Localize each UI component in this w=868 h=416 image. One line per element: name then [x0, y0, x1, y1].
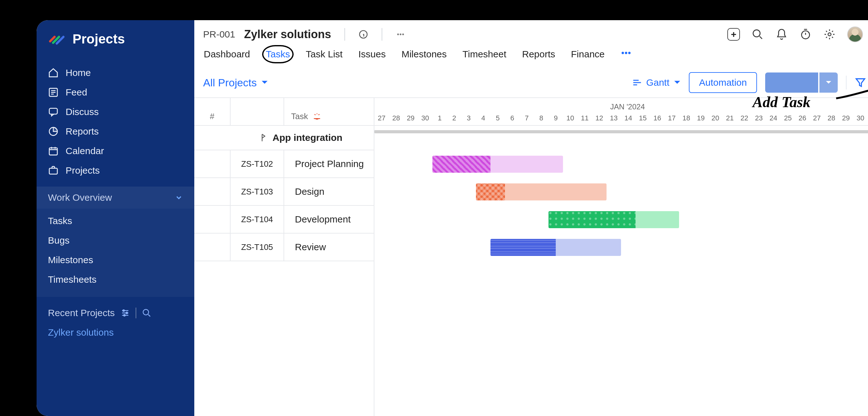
tab-milestones[interactable]: Milestones: [401, 47, 447, 61]
tab-reports[interactable]: Reports: [521, 47, 556, 61]
filter-icon: [855, 77, 866, 88]
group-lane: [374, 126, 868, 150]
app-window: Projects Home Feed Discuss Reports: [37, 20, 868, 416]
blank-cell: [194, 206, 230, 233]
day-label: 22: [737, 111, 752, 125]
day-label: 21: [722, 111, 737, 125]
task-row[interactable]: ZS-T102Project Planning: [194, 150, 374, 178]
add-button[interactable]: +: [727, 28, 740, 41]
settings-button[interactable]: [823, 28, 836, 41]
svg-point-17: [625, 52, 627, 54]
reports-icon: [48, 126, 59, 137]
work-item-bugs[interactable]: Bugs: [37, 231, 194, 250]
day-label: 3: [461, 111, 476, 125]
filter-button[interactable]: [855, 77, 866, 88]
day-label: 10: [563, 111, 578, 125]
divider: [382, 28, 382, 41]
day-label: 28: [389, 111, 403, 125]
gantt-bar[interactable]: [549, 211, 679, 228]
task-row[interactable]: ZS-T103Design: [194, 178, 374, 206]
tab-more[interactable]: [620, 46, 632, 62]
search-button[interactable]: [751, 28, 764, 41]
more-icon[interactable]: [396, 29, 406, 39]
divider: [344, 28, 345, 41]
chevron-down-icon: [175, 194, 183, 202]
recent-project-link[interactable]: Zylker solutions: [37, 323, 194, 342]
day-label: 15: [636, 111, 650, 125]
gantt-bars: [374, 126, 868, 261]
header-row: PR-001 Zylker solutions +: [194, 20, 868, 43]
day-label: 2: [447, 111, 461, 125]
tab-issues[interactable]: Issues: [358, 47, 386, 61]
caret-down-icon: [826, 79, 832, 86]
milestone-bar: [374, 130, 868, 133]
task-id: ZS-T102: [230, 150, 284, 177]
blank-cell: [194, 234, 230, 261]
work-item-timesheets[interactable]: Timesheets: [37, 270, 194, 289]
caret-down-icon: [674, 79, 681, 86]
sidebar-item-label: Discuss: [66, 106, 99, 117]
alert-icon: [312, 112, 322, 121]
add-task-caret[interactable]: [818, 72, 838, 93]
main-content: PR-001 Zylker solutions +: [194, 20, 868, 416]
sidebar-item-reports[interactable]: Reports: [37, 122, 194, 141]
task-row[interactable]: ZS-T104Development: [194, 206, 374, 234]
tab-tasks[interactable]: Tasks: [265, 47, 291, 61]
task-group-row[interactable]: App integration: [194, 126, 374, 150]
gantt-bar[interactable]: [491, 239, 621, 256]
work-item-milestones[interactable]: Milestones: [37, 250, 194, 270]
work-overview-header[interactable]: Work Overview: [37, 186, 194, 209]
task-name: Review: [284, 242, 374, 252]
timer-button[interactable]: [799, 28, 812, 41]
notifications-button[interactable]: [775, 28, 788, 41]
gantt-bar[interactable]: [476, 183, 607, 201]
add-task-main[interactable]: [765, 72, 818, 93]
task-id: ZS-T103: [230, 178, 284, 205]
gantt-bar-remaining: [556, 239, 621, 256]
work-item-tasks[interactable]: Tasks: [37, 211, 194, 231]
gantt-timeline[interactable]: JAN '2024 272829301234567891011121314151…: [374, 98, 868, 416]
day-label: 6: [505, 111, 520, 125]
sidebar-item-projects[interactable]: Projects: [37, 161, 194, 180]
task-name: Design: [284, 186, 374, 197]
add-task-split-button[interactable]: [765, 72, 838, 93]
gantt-bar[interactable]: [432, 156, 563, 173]
day-label: 29: [839, 111, 853, 125]
col-num-header: #: [194, 98, 230, 125]
svg-point-15: [828, 33, 831, 36]
all-projects-dropdown[interactable]: All Projects: [203, 77, 268, 89]
info-icon[interactable]: [358, 29, 368, 39]
gantt-bar-remaining: [636, 211, 679, 228]
sidebar-item-calendar[interactable]: Calendar: [37, 141, 194, 161]
sidebar-item-feed[interactable]: Feed: [37, 82, 194, 102]
svg-point-13: [753, 30, 760, 37]
search-icon[interactable]: [142, 308, 151, 318]
sidebar-item-discuss[interactable]: Discuss: [37, 102, 194, 122]
brand: Projects: [37, 20, 194, 61]
more-icon: [620, 47, 632, 59]
svg-point-16: [622, 52, 624, 54]
day-label: 13: [607, 111, 621, 125]
task-name: Development: [284, 214, 374, 225]
day-label: 7: [520, 111, 534, 125]
gantt-bar-progress: [432, 156, 491, 173]
day-label: 5: [491, 111, 505, 125]
day-label: 23: [752, 111, 766, 125]
automation-button[interactable]: Automation: [689, 72, 757, 93]
sidebar-item-home[interactable]: Home: [37, 63, 194, 82]
feed-icon: [48, 87, 59, 98]
tab-dashboard[interactable]: Dashboard: [203, 47, 251, 61]
day-label: 29: [403, 111, 418, 125]
avatar[interactable]: [847, 27, 863, 42]
section-title: Work Overview: [48, 192, 112, 203]
sliders-icon[interactable]: [121, 308, 130, 318]
tab-task-list[interactable]: Task List: [305, 47, 343, 61]
tab-timesheet[interactable]: Timesheet: [462, 47, 507, 61]
day-label: 18: [679, 111, 693, 125]
day-label: 11: [578, 111, 592, 125]
view-mode-dropdown[interactable]: Gantt: [632, 77, 681, 88]
task-row[interactable]: ZS-T105Review: [194, 234, 374, 261]
svg-rect-4: [49, 168, 57, 174]
tab-finance[interactable]: Finance: [570, 47, 605, 61]
day-label: 8: [534, 111, 549, 125]
